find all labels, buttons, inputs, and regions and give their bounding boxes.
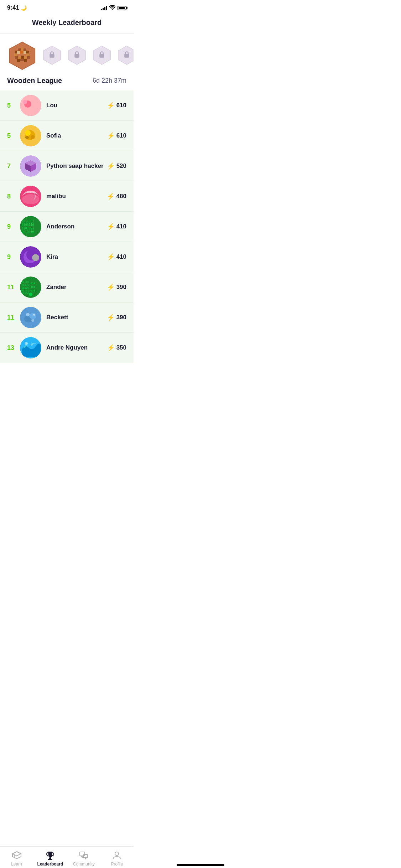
table-row[interactable]: 9 Kira ⚡ 410 [0, 242, 134, 272]
svg-rect-6 [14, 53, 17, 56]
moon-icon: 🌙 [21, 5, 27, 11]
svg-text:101: 101 [31, 286, 35, 289]
svg-rect-12 [18, 56, 21, 59]
xp-score: ⚡ 410 [107, 253, 126, 261]
user-name: Sofia [46, 132, 107, 139]
avatar [20, 125, 41, 146]
rank-label: 9 [7, 253, 18, 261]
xp-value: 350 [116, 344, 126, 351]
svg-text:01001: 01001 [22, 223, 30, 227]
svg-rect-5 [26, 51, 29, 53]
lightning-icon: ⚡ [107, 283, 115, 291]
svg-point-33 [23, 100, 27, 104]
avatar: 10110 01001 11010 00101 01 10 01 10 [20, 216, 41, 237]
table-row[interactable]: 11 Beckett ⚡ 390 [0, 303, 134, 333]
table-row[interactable]: 5 Lou ⚡ 610 [0, 91, 134, 121]
status-icons [101, 5, 126, 11]
xp-score: ⚡ 350 [107, 344, 126, 352]
svg-rect-4 [24, 48, 26, 51]
user-name: Lou [46, 102, 107, 109]
svg-point-47 [22, 194, 39, 204]
lightning-icon: ⚡ [107, 132, 115, 140]
avatar [20, 186, 41, 207]
svg-rect-26 [99, 54, 104, 58]
table-row[interactable]: 9 10110 01001 11010 00101 01 10 01 10 An… [0, 212, 134, 242]
status-time: 9:41 [7, 4, 19, 11]
svg-point-75 [26, 313, 30, 316]
svg-text:01: 01 [31, 220, 34, 223]
xp-score: ⚡ 390 [107, 314, 126, 321]
svg-point-70 [29, 293, 32, 296]
svg-point-48 [20, 216, 41, 237]
lightning-icon: ⚡ [107, 162, 115, 170]
battery-icon [118, 6, 126, 10]
user-name: Python saap hacker [46, 162, 107, 170]
league-info: Wooden League 6d 22h 37m [7, 77, 126, 85]
table-row[interactable]: 13 Andre Nguyen ⚡ 350 [0, 333, 134, 363]
xp-value: 410 [116, 223, 126, 230]
svg-rect-18 [24, 59, 27, 62]
avatar [20, 246, 41, 268]
rank-label: 9 [7, 223, 18, 231]
svg-rect-13 [21, 56, 24, 59]
xp-value: 520 [116, 162, 126, 170]
user-name: Beckett [46, 314, 107, 321]
svg-rect-3 [21, 48, 24, 51]
rank-label: 11 [7, 284, 18, 291]
svg-rect-20 [50, 54, 54, 58]
xp-score: ⚡ 410 [107, 223, 126, 231]
lightning-icon: ⚡ [107, 192, 115, 200]
xp-score: ⚡ 520 [107, 162, 126, 170]
svg-rect-16 [17, 59, 20, 62]
xp-value: 410 [116, 253, 126, 260]
lightning-icon: ⚡ [107, 253, 115, 261]
svg-rect-29 [124, 54, 129, 58]
league-badges [7, 41, 126, 71]
user-name: malibu [46, 193, 107, 200]
svg-rect-17 [20, 59, 24, 61]
svg-rect-15 [27, 56, 30, 59]
svg-point-38 [31, 135, 35, 139]
rank-label: 13 [7, 344, 18, 352]
svg-text:010: 010 [31, 282, 35, 285]
user-name: Zander [46, 284, 107, 291]
rank-label: 8 [7, 193, 18, 200]
table-row[interactable]: 11 10110 01001 11010 00101 10010 010 101… [0, 272, 134, 303]
page-header: Weekly Leaderboard [0, 14, 134, 33]
svg-text:10110: 10110 [21, 281, 29, 284]
svg-point-77 [33, 314, 35, 316]
user-name: Andre Nguyen [46, 344, 107, 351]
xp-score: ⚡ 610 [107, 102, 126, 109]
svg-rect-14 [24, 56, 27, 59]
svg-point-76 [31, 319, 34, 322]
xp-score: ⚡ 610 [107, 132, 126, 140]
lightning-icon: ⚡ [107, 314, 115, 321]
svg-text:010: 010 [31, 289, 35, 292]
lightning-icon: ⚡ [107, 223, 115, 231]
avatar [20, 155, 41, 177]
xp-value: 610 [116, 102, 126, 109]
lightning-icon: ⚡ [107, 102, 115, 109]
xp-value: 390 [116, 314, 126, 321]
svg-text:10: 10 [31, 223, 34, 227]
table-row[interactable]: 7 Python saap hacker ⚡ 520 [0, 151, 134, 181]
svg-point-39 [25, 136, 29, 139]
svg-text:11010: 11010 [22, 227, 30, 230]
rank-label: 5 [7, 102, 18, 109]
wooden-badge-active[interactable] [7, 41, 37, 71]
avatar [20, 307, 41, 328]
lightning-icon: ⚡ [107, 344, 115, 352]
svg-rect-23 [74, 54, 79, 58]
avatar [20, 337, 41, 358]
avatar: 10110 01001 11010 00101 10010 010 101 01… [20, 277, 41, 298]
xp-value: 390 [116, 284, 126, 291]
signal-icon [101, 5, 107, 10]
svg-text:00101: 00101 [21, 289, 29, 292]
user-name: Anderson [46, 223, 107, 230]
table-row[interactable]: 5 Sofia ⚡ 610 [0, 121, 134, 151]
wifi-icon [109, 5, 115, 11]
locked-badge-1 [42, 45, 62, 67]
table-row[interactable]: 8 malibu ⚡ 480 [0, 181, 134, 212]
svg-point-80 [25, 342, 28, 345]
xp-value: 480 [116, 193, 126, 200]
